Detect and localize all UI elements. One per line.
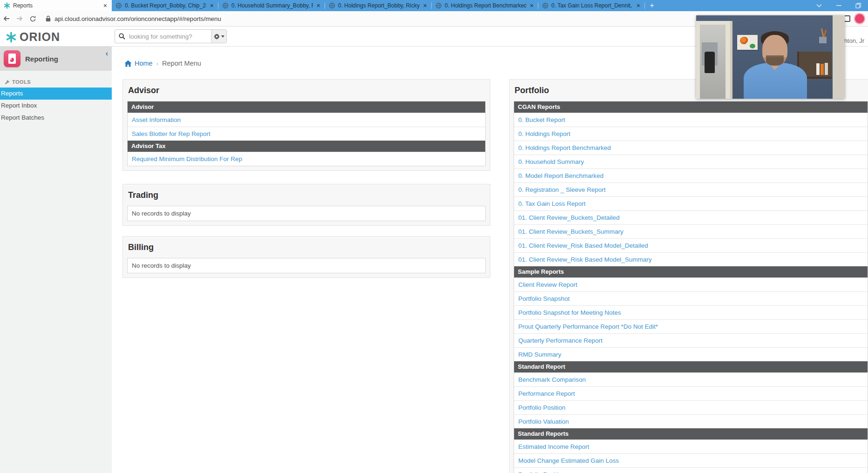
tab-close-icon[interactable]: ×	[316, 2, 321, 9]
search-input[interactable]	[127, 30, 211, 43]
search-options-button[interactable]	[211, 30, 226, 43]
report-link[interactable]: 0. Registration _ Sleeve Report	[514, 182, 868, 196]
browser-tab[interactable]: Reports×	[0, 0, 112, 11]
tab-search-chevron-icon[interactable]	[809, 0, 829, 11]
browser-tab[interactable]: 0. Bucket Report_Bobby, Chip_28×	[112, 0, 218, 11]
tab-title: 0. Holdings Report_Bobby, Ricky_	[338, 2, 420, 9]
new-tab-button[interactable]: +	[645, 0, 659, 11]
left-column: Advisor AdvisorAsset InformationSales Bl…	[122, 79, 490, 278]
report-link[interactable]: Client Review Report	[514, 277, 868, 291]
billing-title: Billing	[128, 243, 486, 252]
sidebar-collapse-chevron-icon[interactable]: ‹	[106, 49, 108, 58]
breadcrumb-home-link[interactable]: Home	[124, 60, 153, 67]
report-link[interactable]: 0. Holdings Report Benchmarked	[514, 141, 868, 155]
browser-window: Reports×0. Bucket Report_Bobby, Chip_28×…	[0, 0, 868, 473]
advisor-title: Advisor	[128, 86, 486, 95]
report-link[interactable]: Portfolio Position	[514, 467, 868, 473]
trading-empty-row: No records to display	[127, 206, 486, 221]
tools-label: TOOLS	[12, 79, 31, 85]
tab-close-icon[interactable]: ×	[422, 2, 428, 9]
report-link[interactable]: Portfolio Snapshot	[514, 291, 868, 305]
tab-title: Reports	[13, 2, 100, 9]
report-link[interactable]: 01. Client Review_Risk Based Model_Summa…	[514, 252, 868, 266]
restore-button[interactable]	[848, 0, 868, 11]
trading-title: Trading	[128, 190, 486, 200]
sidebar-item-reports[interactable]: Reports	[0, 88, 112, 100]
browser-tab[interactable]: 0. Household Summary_Bobby, R×	[218, 0, 325, 11]
report-link[interactable]: 0. Bucket Report	[514, 113, 868, 127]
report-link[interactable]: RMD Summary	[514, 347, 868, 361]
tab-close-icon[interactable]: ×	[529, 2, 535, 9]
report-link[interactable]: Estimated Income Report	[514, 439, 868, 453]
trading-card: Trading No records to display	[122, 184, 490, 226]
browser-tab[interactable]: 0. Holdings Report_Bobby, Ricky_×	[325, 0, 432, 11]
report-link[interactable]: 0. Holdings Report	[514, 127, 868, 141]
sidebar-item-report-batches[interactable]: Report Batches	[0, 112, 112, 124]
dried-plant	[817, 29, 829, 43]
report-link[interactable]: 01. Client Review_Buckets_Summary	[514, 224, 868, 238]
reporting-app-icon[interactable]	[4, 50, 20, 67]
user-menu-partial[interactable]: hton, Jr	[844, 37, 864, 44]
report-link[interactable]: 0. Model Report Benchmarked	[514, 169, 868, 182]
browser-tab[interactable]: 0. Tax Gain Loss Report_Dennit, L×	[538, 0, 645, 11]
report-link[interactable]: Benchmark Comparison	[514, 372, 868, 386]
report-link[interactable]: Performance Report	[514, 386, 868, 400]
browser-tab-bar: Reports×0. Bucket Report_Bobby, Chip_28×…	[0, 0, 868, 11]
tab-close-icon[interactable]: ×	[102, 2, 108, 9]
report-link[interactable]: 01. Client Review_Buckets_Detailed	[514, 210, 868, 224]
beard	[766, 55, 784, 66]
sidebar-items: ReportsReport InboxReport Batches	[0, 88, 112, 124]
report-link[interactable]: Required Minimum Distribution For Rep	[128, 152, 485, 166]
book	[821, 64, 824, 75]
tools-section-header: TOOLS	[5, 79, 112, 85]
recording-extension-icon[interactable]	[854, 13, 865, 24]
browser-tab[interactable]: 0. Holdings Report Benchmarked×	[432, 0, 538, 11]
report-group-header: Advisor	[128, 101, 485, 113]
tab-title: 0. Household Summary_Bobby, R	[231, 2, 313, 9]
tab-strip: Reports×0. Bucket Report_Bobby, Chip_28×…	[0, 0, 645, 11]
forward-icon[interactable]	[13, 12, 26, 25]
report-link[interactable]: Portfolio Valuation	[514, 414, 868, 428]
sidebar: Reporting ‹ TOOLS ReportsReport InboxRep…	[0, 47, 112, 473]
report-link[interactable]: 01. Client Review_Risk Based Model_Detai…	[514, 238, 868, 252]
wall-strip	[833, 15, 845, 99]
billing-card: Billing No records to display	[122, 236, 490, 278]
report-link[interactable]: Portfolio Snapshot for Meeting Notes	[514, 305, 868, 319]
lock-icon	[46, 15, 51, 22]
office-chair	[705, 52, 715, 73]
gear-icon	[214, 34, 220, 40]
billing-empty-row: No records to display	[127, 258, 486, 273]
breadcrumb-home-label: Home	[135, 60, 153, 67]
report-link[interactable]: 0. Household Summary	[514, 155, 868, 169]
tab-close-icon[interactable]: ×	[209, 2, 215, 9]
tab-title: 0. Bucket Report_Bobby, Chip_28	[125, 2, 206, 9]
webcam-video-overlay[interactable]	[696, 15, 845, 99]
app-label: Reporting	[25, 55, 58, 63]
portfolio-column: Portfolio CGAN Reports0. Bucket Report0.…	[509, 79, 868, 473]
refresh-icon[interactable]	[26, 12, 39, 25]
pie-chart-icon	[10, 58, 14, 62]
report-group-header: Advisor Tax	[128, 141, 485, 152]
search-icon	[115, 30, 127, 43]
report-link[interactable]: Prout Quarterly Performance Report *Do N…	[514, 319, 868, 333]
breadcrumb: Home › Report Menu	[124, 60, 201, 67]
report-link[interactable]: Asset Information	[128, 113, 485, 127]
home-icon	[124, 60, 132, 67]
sidebar-item-report-inbox[interactable]: Report Inbox	[0, 100, 112, 112]
report-link[interactable]: Portfolio Position	[514, 400, 868, 414]
tab-close-icon[interactable]: ×	[636, 2, 641, 9]
report-link[interactable]: Sales Blotter for Rep Report	[128, 127, 485, 141]
report-link[interactable]: Model Change Estimated Gain Loss	[514, 453, 868, 467]
door-interior	[700, 25, 726, 99]
report-link[interactable]: Quarterly Performance Report	[514, 333, 868, 347]
app-switcher-strip: Reporting ‹	[0, 47, 112, 71]
plant-pot	[819, 37, 827, 43]
caret-down-icon	[221, 35, 224, 38]
back-icon[interactable]	[0, 12, 13, 25]
orion-asterisk-icon	[6, 32, 17, 43]
book	[825, 63, 828, 75]
office-door	[696, 21, 732, 99]
report-link[interactable]: 0. Tax Gain Loss Report	[514, 196, 868, 210]
breadcrumb-separator: ›	[156, 60, 158, 67]
minimize-button[interactable]	[829, 0, 848, 11]
